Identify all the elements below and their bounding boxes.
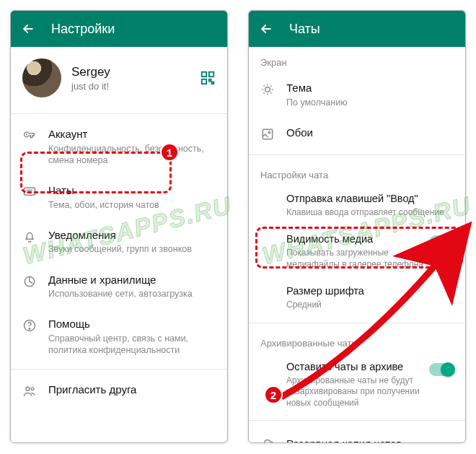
profile-status: just do it! <box>71 81 200 92</box>
svg-rect-3 <box>209 79 211 82</box>
key-icon <box>22 127 48 143</box>
svg-rect-6 <box>25 188 35 195</box>
settings-item-account[interactable]: Аккаунт Конфиденциальность, безопасность… <box>11 118 227 175</box>
item-title: Обои <box>286 126 454 140</box>
item-sub: Клавиша ввода отправляет сообщение <box>286 207 448 219</box>
item-title: Оставить чаты в архиве <box>286 360 423 374</box>
page-title: Настройки <box>51 22 115 37</box>
chats-item-font-size[interactable]: Размер шрифта Средний <box>249 277 465 318</box>
profile-name: Sergey <box>71 65 200 79</box>
wallpaper-icon <box>260 126 286 141</box>
appbar: Настройки <box>11 11 227 47</box>
item-sub: Справочный центр, связь с нами, политика… <box>48 333 216 357</box>
item-title: Аккаунт <box>48 127 216 141</box>
svg-point-14 <box>268 131 270 134</box>
svg-point-9 <box>29 328 30 330</box>
settings-item-notifications[interactable]: Уведомления Звуки сообщений, групп и зво… <box>11 219 227 264</box>
svg-rect-0 <box>202 72 206 77</box>
chats-item-keep-archived[interactable]: Оставить чаты в архиве Архивированные ча… <box>249 353 465 416</box>
chat-icon <box>22 183 48 199</box>
settings-item-help[interactable]: Помощь Справочный центр, связь с нами, п… <box>11 308 227 364</box>
item-title: Чаты <box>48 183 216 198</box>
avatar <box>22 58 61 97</box>
item-sub: По умолчанию <box>286 97 454 108</box>
item-sub: Средний <box>286 300 448 311</box>
back-icon[interactable] <box>21 22 35 36</box>
data-icon <box>22 273 48 289</box>
item-title: Данные и хранилище <box>48 273 216 287</box>
people-icon <box>22 383 48 398</box>
item-sub: Показывать загруженные медиафайлы в гале… <box>286 248 423 270</box>
toggle-switch[interactable] <box>429 363 454 376</box>
settings-screen: Настройки Sergey just do it! Аккаунт Кон… <box>10 10 228 443</box>
item-title: Резервная копия чатов <box>286 437 402 443</box>
svg-rect-13 <box>263 129 272 139</box>
help-icon <box>22 317 48 333</box>
step-badge-1: 1 <box>160 143 179 162</box>
chats-item-wallpaper[interactable]: Обои <box>249 117 465 150</box>
chats-item-theme[interactable]: Тема По умолчанию <box>249 72 465 117</box>
theme-icon <box>260 81 286 97</box>
settings-item-invite[interactable]: Пригласить друга <box>11 374 227 407</box>
svg-point-5 <box>26 134 27 135</box>
chats-settings-screen: Чаты Экран Тема По умолчанию Обои Настро… <box>248 10 466 443</box>
settings-item-storage[interactable]: Данные и хранилище Использование сети, а… <box>11 264 227 309</box>
toggle-switch[interactable] <box>429 235 454 248</box>
cloud-upload-icon <box>260 435 286 443</box>
profile-row[interactable]: Sergey just do it! <box>11 47 227 109</box>
svg-point-12 <box>265 87 270 92</box>
chats-item-enter-send[interactable]: Отправка клавишей "Ввод" Клавиша ввода о… <box>249 185 465 225</box>
item-sub: Архивированные чаты не будут разархивиро… <box>286 375 423 409</box>
settings-item-chats[interactable]: Чаты Тема, обои, история чатов <box>11 175 227 219</box>
qr-icon[interactable] <box>200 70 216 86</box>
item-title: Помощь <box>48 317 216 331</box>
item-sub: Звуки сообщений, групп и звонков <box>48 243 216 255</box>
item-title: Отправка клавишей "Ввод" <box>286 192 448 206</box>
svg-point-10 <box>26 387 30 390</box>
svg-rect-1 <box>209 72 213 77</box>
bell-icon <box>22 228 48 244</box>
page-title: Чаты <box>289 22 320 37</box>
item-title: Видимость медиа <box>286 232 423 246</box>
item-title: Пригласить друга <box>48 383 216 397</box>
item-sub: Использование сети, автозагрузка <box>48 288 216 300</box>
appbar: Чаты <box>249 11 465 47</box>
section-label-screen: Экран <box>249 47 465 72</box>
step-badge-2: 2 <box>264 385 283 404</box>
item-title: Уведомления <box>48 228 216 243</box>
item-title: Размер шрифта <box>286 284 448 298</box>
back-icon[interactable] <box>259 22 273 36</box>
item-title: Тема <box>286 81 454 95</box>
section-label-archived: Архивированные чаты <box>249 328 465 353</box>
svg-point-11 <box>31 388 34 390</box>
item-sub: Конфиденциальность, безопасность, смена … <box>48 143 216 167</box>
chats-item-backup[interactable]: Резервная копия чатов <box>249 425 465 443</box>
item-sub: Тема, обои, история чатов <box>48 199 216 211</box>
section-label-chat: Настройки чата <box>249 160 465 185</box>
chats-item-media-visibility[interactable]: Видимость медиа Показывать загруженные м… <box>249 225 465 277</box>
svg-rect-4 <box>212 82 214 84</box>
svg-rect-2 <box>202 79 206 84</box>
